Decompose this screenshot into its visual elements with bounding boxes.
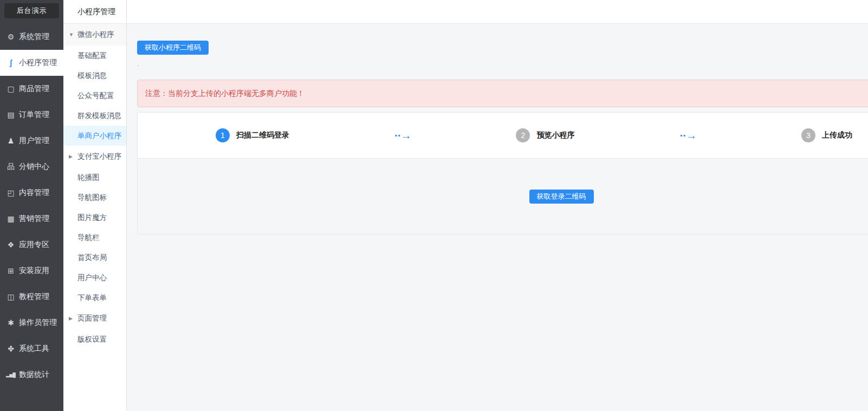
order-icon: ▤ <box>6 110 16 119</box>
sidebar-item-label: 系统管理 <box>19 32 49 42</box>
step-arrow-icon: ··→ <box>394 130 411 141</box>
share-icon: 品 <box>6 162 16 172</box>
submenu-item-alipay-miniapp[interactable]: ▶支付宝小程序 <box>63 146 126 167</box>
app-root: 后台演示 ⚙系统管理ʃ小程序管理▢商品管理▤订单管理♟用户管理品分销中心◰内容管… <box>0 0 868 411</box>
submenu-item-wechat-miniapp[interactable]: ▼微信小程序 <box>63 24 126 45</box>
step-number-badge: 2 <box>516 128 530 142</box>
submenu-item-label: 首页布局 <box>77 253 107 263</box>
warning-alert: 注意：当前分支上传的小程序端无多商户功能！ <box>137 80 868 107</box>
step-number-badge: 3 <box>801 128 815 142</box>
submenu-item-label: 支付宝小程序 <box>77 152 121 161</box>
submenu-item-label: 导航图标 <box>77 193 107 203</box>
submenu-item-label: 轮播图 <box>77 173 100 182</box>
secondary-sidebar: 小程序管理 ▼微信小程序基础配置模板消息公众号配置群发模板消息单商户小程序▶支付… <box>63 0 127 411</box>
content-icon: ◰ <box>6 188 16 197</box>
stats-icon: ▂▅█ <box>6 373 16 377</box>
submenu-item-bulk-template-msg[interactable]: 群发模板消息 <box>63 106 126 126</box>
sidebar-item-operator-management[interactable]: ✱操作员管理 <box>0 310 63 336</box>
sidebar-item-label: 用户管理 <box>19 136 49 146</box>
sidebar-item-system-tools[interactable]: ✤系统工具 <box>0 336 63 362</box>
sidebar-item-label: 订单管理 <box>19 110 49 120</box>
install-icon: ⊞ <box>6 266 16 275</box>
sidebar-item-label: 小程序管理 <box>19 58 57 68</box>
step-label: 预览小程序 <box>536 131 574 140</box>
sidebar-item-label: 系统工具 <box>19 344 49 354</box>
primary-sidebar: 后台演示 ⚙系统管理ʃ小程序管理▢商品管理▤订单管理♟用户管理品分销中心◰内容管… <box>0 0 63 411</box>
upload-steps-card: 1扫描二维码登录··→2预览小程序··→3上传成功 获取登录二维码 <box>137 112 868 234</box>
submenu-item-label: 图片魔方 <box>77 213 107 223</box>
steps-bar: 1扫描二维码登录··→2预览小程序··→3上传成功 <box>138 113 868 159</box>
sidebar-item-label: 分销中心 <box>19 162 49 172</box>
step-arrow-icon: ··→ <box>680 130 696 141</box>
sidebar-item-label: 营销管理 <box>19 214 49 224</box>
submenu-item-label: 公众号配置 <box>77 91 114 101</box>
step-3: 3上传成功 <box>801 128 852 142</box>
card-body: 获取登录二维码 <box>138 159 868 234</box>
sidebar-item-user-management[interactable]: ♟用户管理 <box>0 128 63 154</box>
main-area: 获取小程序二维码 . 注意：当前分支上传的小程序端无多商户功能！ 1扫描二维码登… <box>127 0 868 411</box>
secondary-nav: ▼微信小程序基础配置模板消息公众号配置群发模板消息单商户小程序▶支付宝小程序轮播… <box>63 24 126 349</box>
sidebar-item-order-management[interactable]: ▤订单管理 <box>0 102 63 128</box>
sidebar-item-data-statistics[interactable]: ▂▅█数据统计 <box>0 362 63 388</box>
submenu-item-image-cube[interactable]: 图片魔方 <box>63 207 126 227</box>
secondary-sidebar-title: 小程序管理 <box>63 0 126 24</box>
step-label: 上传成功 <box>822 131 852 140</box>
submenu-item-page-management[interactable]: ▶页面管理 <box>63 308 126 329</box>
user-icon: ♟ <box>6 136 16 145</box>
submenu-item-label: 导航栏 <box>77 233 100 243</box>
submenu-item-label: 群发模板消息 <box>77 111 121 121</box>
submenu-item-label: 下单表单 <box>77 293 107 303</box>
submenu-item-nav-icons[interactable]: 导航图标 <box>63 187 126 207</box>
step-number-badge: 1 <box>216 128 230 142</box>
sidebar-item-label: 商品管理 <box>19 84 49 94</box>
submenu-item-copyright-setting[interactable]: 版权设置 <box>63 329 126 349</box>
chevron-right-icon: ▶ <box>69 154 77 159</box>
sidebar-item-system-management[interactable]: ⚙系统管理 <box>0 24 63 50</box>
app-logo: 后台演示 <box>4 3 59 18</box>
submenu-item-label: 用户中心 <box>77 273 107 283</box>
submenu-item-label: 模板消息 <box>77 71 107 81</box>
sidebar-item-label: 操作员管理 <box>19 318 57 328</box>
sidebar-item-install-app[interactable]: ⊞安装应用 <box>0 258 63 284</box>
submenu-item-carousel[interactable]: 轮播图 <box>63 167 126 187</box>
submenu-item-template-message[interactable]: 模板消息 <box>63 66 126 86</box>
sidebar-item-marketing-management[interactable]: ▦营销管理 <box>0 206 63 232</box>
submenu-item-single-merchant[interactable]: 单商户小程序 <box>63 126 126 146</box>
chevron-right-icon: ▶ <box>69 316 77 321</box>
miniapp-icon: ʃ <box>6 58 16 67</box>
tutorial-icon: ◫ <box>6 292 16 301</box>
sidebar-item-goods-management[interactable]: ▢商品管理 <box>0 76 63 102</box>
submenu-item-user-center[interactable]: 用户中心 <box>63 268 126 288</box>
operator-icon: ✱ <box>6 318 16 327</box>
get-login-qr-button[interactable]: 获取登录二维码 <box>529 190 594 204</box>
sidebar-item-tutorial-management[interactable]: ◫教程管理 <box>0 284 63 310</box>
sidebar-item-app-zone[interactable]: ❖应用专区 <box>0 232 63 258</box>
chevron-down-icon: ▼ <box>69 32 77 37</box>
submenu-item-basic-config[interactable]: 基础配置 <box>63 45 126 66</box>
sidebar-item-label: 应用专区 <box>19 240 49 250</box>
tools-icon: ✤ <box>6 344 16 353</box>
warning-alert-text: 注意：当前分支上传的小程序端无多商户功能！ <box>145 89 305 99</box>
sidebar-item-label: 教程管理 <box>19 292 49 302</box>
sidebar-item-label: 安装应用 <box>19 266 49 276</box>
submenu-item-label: 微信小程序 <box>77 30 114 40</box>
submenu-item-label: 单商户小程序 <box>77 131 121 141</box>
submenu-item-home-layout[interactable]: 首页布局 <box>63 247 126 268</box>
get-miniapp-qr-button[interactable]: 获取小程序二维码 <box>137 41 209 55</box>
gear-icon: ⚙ <box>6 32 16 41</box>
submenu-item-nav-bar[interactable]: 导航栏 <box>63 227 126 247</box>
stray-dot-text: . <box>137 60 868 68</box>
primary-nav: ⚙系统管理ʃ小程序管理▢商品管理▤订单管理♟用户管理品分销中心◰内容管理▦营销管… <box>0 24 63 388</box>
sidebar-item-distribution-center[interactable]: 品分销中心 <box>0 154 63 180</box>
page-content: 获取小程序二维码 . 注意：当前分支上传的小程序端无多商户功能！ 1扫描二维码登… <box>127 24 868 234</box>
step-1: 1扫描二维码登录 <box>216 128 289 142</box>
sidebar-item-miniapp-management[interactable]: ʃ小程序管理 <box>0 50 63 76</box>
submenu-item-order-form[interactable]: 下单表单 <box>63 288 126 308</box>
step-label: 扫描二维码登录 <box>236 131 289 140</box>
sidebar-item-content-management[interactable]: ◰内容管理 <box>0 180 63 206</box>
appzone-icon: ❖ <box>6 240 16 249</box>
goods-icon: ▢ <box>6 84 16 93</box>
submenu-item-label: 页面管理 <box>77 314 107 323</box>
submenu-item-official-account[interactable]: 公众号配置 <box>63 86 126 106</box>
submenu-item-label: 版权设置 <box>77 335 107 344</box>
